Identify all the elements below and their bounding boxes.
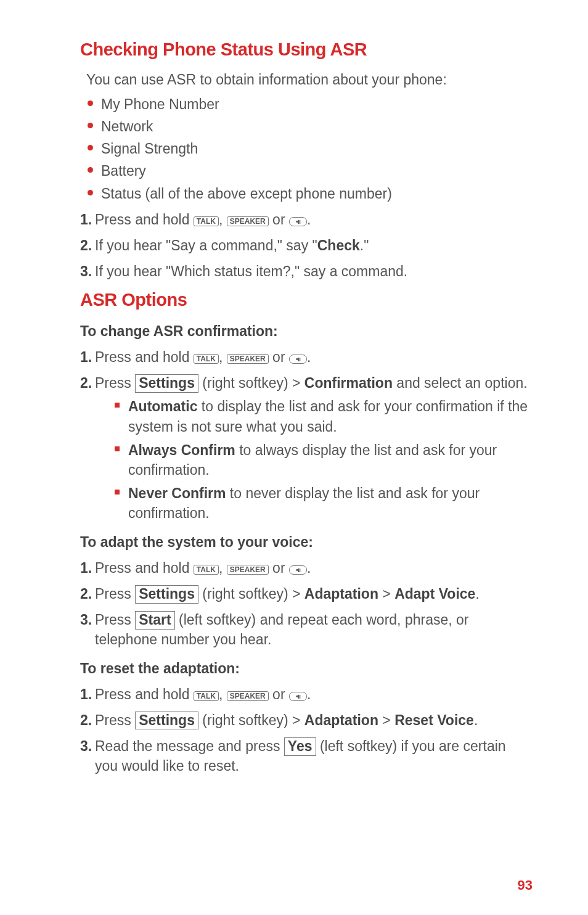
speaker-key-icon: SPEAKER	[227, 691, 269, 701]
step-text: Press and hold	[95, 211, 194, 228]
signal-key-icon: •ıı	[289, 565, 307, 575]
step-number: 1.	[80, 210, 92, 229]
step-text: or	[269, 211, 289, 228]
step-number: 1.	[80, 684, 92, 704]
step-text: or	[269, 560, 289, 576]
bullet-item: Battery	[86, 161, 533, 181]
talk-key-icon: TALK	[194, 565, 219, 575]
step-text: >	[378, 712, 394, 728]
steps-list-1: 1. Press and hold TALK, SPEAKER or •ıı. …	[80, 210, 533, 282]
option-name: Never Confirm	[128, 485, 226, 501]
status-bullet-list: My Phone Number Network Signal Strength …	[86, 94, 533, 203]
step-item: 2. If you hear "Say a command," say "Che…	[80, 236, 533, 255]
step-number: 1.	[80, 558, 92, 578]
option-item: Automatic to display the list and ask fo…	[115, 396, 533, 436]
step-number: 1.	[80, 347, 92, 367]
speaker-key-icon: SPEAKER	[227, 354, 269, 364]
start-softkey: Start	[135, 611, 174, 630]
steps-list-reset: 1. Press and hold TALK, SPEAKER or •ıı. …	[80, 684, 533, 776]
intro-text: You can use ASR to obtain information ab…	[86, 70, 533, 89]
step-text: ."	[360, 237, 369, 253]
step-item: 3. Read the message and press Yes (left …	[80, 736, 533, 776]
menu-path: Confirmation	[304, 375, 393, 391]
step-text: .	[307, 560, 311, 576]
menu-path: Adapt Voice	[394, 586, 475, 602]
options-list: Automatic to display the list and ask fo…	[115, 396, 533, 523]
step-item: 2. Press Settings (right softkey) > Conf…	[80, 373, 533, 523]
yes-softkey: Yes	[284, 737, 316, 756]
step-number: 2.	[80, 373, 92, 393]
heading-asr-options: ASR Options	[80, 287, 533, 313]
step-text: >	[378, 586, 394, 602]
step-number: 3.	[80, 261, 92, 281]
step-text: Press and hold	[95, 349, 194, 365]
steps-list-adapt: 1. Press and hold TALK, SPEAKER or •ıı. …	[80, 558, 533, 650]
signal-key-icon: •ıı	[289, 355, 307, 364]
step-item: 2. Press Settings (right softkey) > Adap…	[80, 710, 533, 730]
step-text: Press and hold	[95, 560, 194, 576]
step-text: .	[475, 586, 479, 602]
step-number: 2.	[80, 236, 92, 255]
settings-softkey: Settings	[135, 374, 198, 393]
menu-path: Reset Voice	[394, 712, 474, 728]
step-number: 2.	[80, 710, 92, 730]
option-name: Automatic	[128, 398, 197, 414]
talk-key-icon: TALK	[194, 216, 219, 226]
subheading-adapt: To adapt the system to your voice:	[80, 532, 533, 552]
page-number: 93	[518, 876, 533, 895]
step-text: Press	[95, 586, 135, 602]
step-text: or	[269, 686, 289, 702]
signal-key-icon: •ıı	[289, 217, 307, 226]
step-text: (right softkey) >	[198, 375, 304, 391]
subheading-confirmation: To change ASR confirmation:	[80, 321, 533, 341]
step-number: 2.	[80, 584, 92, 604]
step-item: 1. Press and hold TALK, SPEAKER or •ıı.	[80, 210, 533, 229]
command-word: Check	[317, 237, 360, 253]
step-number: 3.	[80, 736, 92, 756]
option-name: Always Confirm	[128, 442, 235, 458]
step-text: ,	[219, 349, 227, 365]
step-text: ,	[219, 686, 227, 702]
talk-key-icon: TALK	[194, 354, 219, 364]
bullet-item: Network	[86, 117, 533, 136]
signal-key-icon: •ıı	[289, 692, 307, 701]
step-text: Press	[95, 712, 135, 728]
menu-path: Adaptation	[304, 712, 378, 728]
settings-softkey: Settings	[135, 712, 198, 730]
step-item: 1. Press and hold TALK, SPEAKER or •ıı.	[80, 684, 533, 704]
step-text: or	[269, 349, 289, 365]
step-text: Press and hold	[95, 686, 194, 702]
step-text: (right softkey) >	[198, 712, 304, 728]
step-text: Press	[95, 375, 135, 391]
step-item: 3. If you hear "Which status item?," say…	[80, 261, 533, 281]
speaker-key-icon: SPEAKER	[227, 565, 269, 575]
step-text: If you hear "Say a command," say "	[95, 237, 317, 253]
step-text: .	[307, 349, 311, 365]
step-text: If you hear "Which status item?," say a …	[95, 263, 407, 279]
step-text: Read the message and press	[95, 738, 284, 754]
step-item: 1. Press and hold TALK, SPEAKER or •ıı.	[80, 558, 533, 578]
step-number: 3.	[80, 610, 92, 630]
option-item: Always Confirm to always display the lis…	[115, 440, 533, 480]
step-text: (right softkey) >	[198, 586, 304, 602]
step-item: 3. Press Start (left softkey) and repeat…	[80, 610, 533, 649]
step-text: .	[307, 686, 311, 702]
step-text: .	[474, 712, 478, 728]
step-text: ,	[219, 560, 227, 576]
menu-path: Adaptation	[304, 586, 378, 602]
subheading-reset: To reset the adaptation:	[80, 659, 533, 678]
steps-list-confirmation: 1. Press and hold TALK, SPEAKER or •ıı. …	[80, 347, 533, 523]
heading-checking-status: Checking Phone Status Using ASR	[80, 37, 533, 62]
bullet-item: My Phone Number	[86, 94, 533, 114]
option-item: Never Confirm to never display the list …	[115, 483, 533, 523]
step-text: Press	[95, 612, 135, 628]
bullet-item: Signal Strength	[86, 139, 533, 158]
speaker-key-icon: SPEAKER	[227, 216, 269, 226]
bullet-item: Status (all of the above except phone nu…	[86, 184, 533, 203]
settings-softkey: Settings	[135, 585, 198, 604]
step-text: .	[307, 211, 311, 228]
step-item: 2. Press Settings (right softkey) > Adap…	[80, 584, 533, 604]
step-text: ,	[219, 211, 227, 228]
step-text: and select an option.	[393, 375, 528, 391]
talk-key-icon: TALK	[194, 691, 219, 701]
